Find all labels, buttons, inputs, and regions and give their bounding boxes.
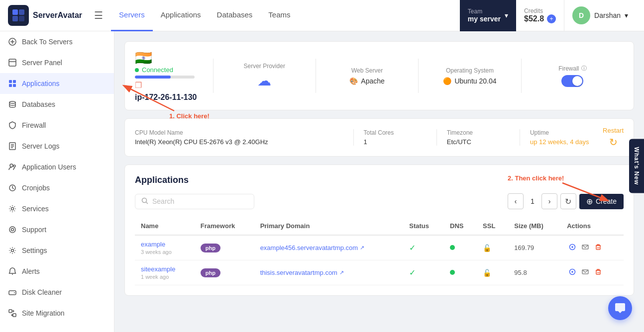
- ssl-lock-icon: 🔓: [483, 269, 491, 277]
- dns-status-icon: [450, 270, 455, 275]
- app-name-link[interactable]: siteexample: [141, 265, 189, 273]
- svg-rect-9: [9, 80, 12, 83]
- sidebar-item-disk-cleaner[interactable]: Disk Cleaner: [0, 282, 114, 303]
- main-content: 1. Click here! 2. Then click here! 🇮🇳 Co…: [114, 31, 644, 332]
- email-button[interactable]: [580, 243, 591, 253]
- sidebar-label-site-migration: Site Migration: [22, 309, 65, 317]
- chat-bubble[interactable]: [608, 296, 632, 320]
- firewall-label: Firewall ⓘ: [558, 65, 586, 72]
- server-stats: Server Provider ☁ Web Server 🎨 Apache: [213, 59, 624, 93]
- cpu-model-value: Intel(R) Xeon(R) CPU E5-2676 v3 @ 2.40GH…: [135, 138, 353, 146]
- restart-icon[interactable]: ↻: [603, 136, 624, 148]
- refresh-button[interactable]: ↻: [560, 193, 576, 209]
- app-name-link[interactable]: example: [141, 241, 189, 248]
- controls-left: [135, 194, 254, 209]
- svg-point-13: [9, 101, 15, 103]
- sidebar-item-applications[interactable]: Applications: [0, 73, 114, 94]
- delete-button[interactable]: [593, 267, 604, 278]
- app-time: 3 weeks ago: [141, 249, 189, 255]
- framework-badge: php: [201, 244, 220, 252]
- sidebar-item-server-logs[interactable]: Server Logs: [0, 136, 114, 157]
- whats-new-tab[interactable]: What's New: [629, 139, 644, 193]
- alerts-icon: [8, 267, 17, 276]
- support-icon: [8, 225, 17, 234]
- svg-point-23: [11, 229, 14, 231]
- logo-text: ServerAvatar: [33, 11, 82, 20]
- server-hostname: ip-172-26-11-130: [135, 93, 197, 102]
- sidebar-item-support[interactable]: Support: [0, 219, 114, 240]
- next-page-button[interactable]: ›: [541, 193, 557, 209]
- cell-framework: php: [195, 235, 254, 260]
- connection-status-row: Connected: [135, 66, 197, 74]
- edit-button[interactable]: [567, 267, 578, 278]
- top-nav: ServerAvatar ☰ Servers Applications Data…: [0, 0, 644, 31]
- applications-table: Name Framework Primary Domain Status DNS…: [135, 217, 624, 285]
- logo-icon: [8, 5, 29, 26]
- user-area[interactable]: D Darshan ▾: [564, 6, 636, 24]
- cell-dns: [444, 235, 477, 260]
- copy-icon[interactable]: ❐: [135, 81, 142, 89]
- sidebar-item-settings[interactable]: Settings: [0, 240, 114, 261]
- logo-area: ServerAvatar: [8, 5, 82, 26]
- disk-cleaner-icon: [8, 288, 17, 297]
- cell-status: ✓: [403, 235, 444, 260]
- cores-value: 1: [364, 138, 436, 146]
- sidebar-item-application-users[interactable]: Application Users: [0, 157, 114, 177]
- search-input[interactable]: [152, 197, 248, 205]
- sidebar-item-databases[interactable]: Databases: [0, 94, 114, 115]
- team-selector[interactable]: Team my server ▾: [460, 0, 516, 31]
- domain-link[interactable]: example456.serveravatartmp.com: [260, 244, 358, 251]
- stat-operating-system: Operating System 🟠 Ubuntu 20.04: [419, 59, 521, 93]
- nav-databases[interactable]: Databases: [209, 0, 261, 31]
- create-application-button[interactable]: ⊕ Create: [579, 194, 624, 209]
- cloud-icon: ☁: [257, 73, 271, 89]
- sidebar-item-alerts[interactable]: Alerts: [0, 261, 114, 282]
- sidebar-item-services[interactable]: Services: [0, 198, 114, 219]
- delete-button[interactable]: [593, 243, 604, 253]
- sidebar-label-applications: Applications: [22, 80, 60, 87]
- sidebar-item-firewall[interactable]: Firewall: [0, 115, 114, 136]
- sidebar-item-cronjobs[interactable]: Cronjobs: [0, 177, 114, 198]
- prev-page-button[interactable]: ‹: [508, 193, 524, 209]
- edit-button[interactable]: [567, 243, 578, 253]
- sidebar-item-disconnect[interactable]: Disconnect: [0, 328, 114, 332]
- hamburger-icon[interactable]: ☰: [94, 9, 103, 21]
- col-size: Size (MB): [508, 217, 561, 235]
- nav-servers[interactable]: Servers: [111, 0, 153, 31]
- svg-point-22: [9, 227, 15, 233]
- cell-size: 95.8: [508, 260, 561, 285]
- sidebar-item-back-to-servers[interactable]: Back To Servers: [0, 31, 114, 52]
- cronjobs-icon: [8, 183, 17, 192]
- status-text: Connected: [142, 66, 173, 74]
- page-number: 1: [527, 197, 538, 205]
- svg-rect-0: [12, 9, 18, 15]
- plus-icon: ⊕: [586, 197, 593, 206]
- progress-bar: [135, 76, 195, 79]
- status-check-icon: ✓: [409, 268, 416, 277]
- applications-icon: [8, 79, 17, 88]
- col-framework: Framework: [195, 217, 254, 235]
- nav-applications[interactable]: Applications: [153, 0, 209, 31]
- svg-point-27: [14, 292, 15, 293]
- external-link-icon: ↗: [360, 245, 364, 251]
- col-dns: DNS: [444, 217, 477, 235]
- sidebar-item-server-panel[interactable]: Server Panel: [0, 52, 114, 73]
- sidebar-item-site-migration[interactable]: Site Migration: [0, 303, 114, 324]
- svg-rect-2: [12, 16, 18, 21]
- applications-table-wrap: Name Framework Primary Domain Status DNS…: [135, 217, 624, 285]
- stat-firewall: Firewall ⓘ: [522, 59, 624, 93]
- domain-link[interactable]: thisis.serveravatartmp.com: [260, 269, 337, 276]
- nav-teams[interactable]: Teams: [260, 0, 298, 31]
- ubuntu-icon: 🟠: [443, 77, 451, 85]
- credits-add-button[interactable]: +: [547, 14, 556, 23]
- sidebar-label-alerts: Alerts: [22, 267, 40, 275]
- firewall-info-icon: ⓘ: [581, 65, 587, 72]
- timezone-label: Timezone: [447, 129, 520, 136]
- os-value: 🟠 Ubuntu 20.04: [443, 77, 496, 85]
- email-button[interactable]: [580, 267, 591, 278]
- server-card: 🇮🇳 Connected ❐ ip-172-26-11-130: [124, 41, 634, 110]
- firewall-toggle[interactable]: [561, 75, 583, 87]
- nav-right: Team my server ▾ Credits $52.8 + D Darsh…: [460, 0, 636, 31]
- settings-icon: [8, 246, 17, 255]
- user-chevron-icon: ▾: [625, 11, 628, 19]
